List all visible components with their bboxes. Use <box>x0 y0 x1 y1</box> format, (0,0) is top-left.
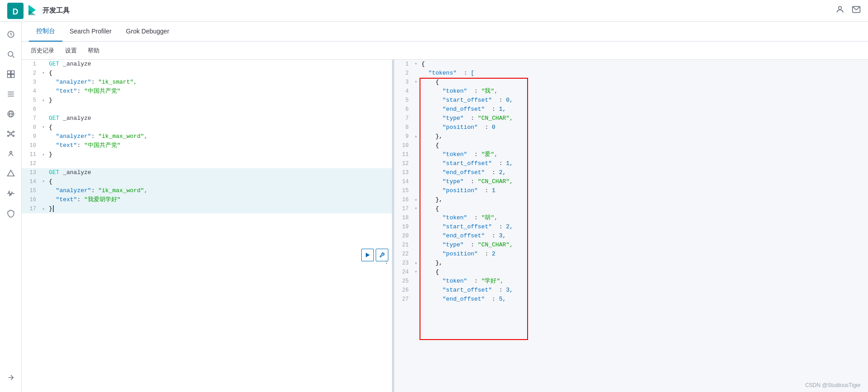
line-fold[interactable]: ▴ <box>412 132 420 141</box>
sidebar-item-dashboard[interactable] <box>2 65 20 83</box>
line-number: 11 <box>396 150 412 159</box>
code-input[interactable]: 1GET _analyze2▾{3 "analyzer": "ik_smart"… <box>22 60 392 392</box>
svg-point-18 <box>7 131 9 132</box>
line-content: { <box>420 78 866 87</box>
line-fold[interactable]: ▴ <box>412 259 420 268</box>
line-number: 3 <box>396 78 412 87</box>
left-code-line-10[interactable]: 10 "text": "中国共产党" <box>22 141 392 150</box>
line-content: "end_offset" : 5, <box>420 295 866 304</box>
sidebar-item-discover[interactable] <box>2 45 20 63</box>
line-fold[interactable]: ▴ <box>412 195 420 204</box>
sidebar-item-time[interactable] <box>2 25 20 43</box>
help-button[interactable]: 帮助 <box>86 46 101 56</box>
line-number: 1 <box>24 60 40 69</box>
left-code-line-7[interactable]: 7GET _analyze <box>22 114 392 123</box>
left-code-line-15[interactable]: 15 "analyzer": "ik_max_word", <box>22 186 392 195</box>
right-code-line-8: 8 "position" : 0 <box>394 123 868 132</box>
line-fold[interactable]: ▴ <box>40 96 47 105</box>
line-fold[interactable]: ▾ <box>412 78 420 87</box>
line-content: "analyzer": "ik_smart", <box>47 78 390 87</box>
toolbar: 历史记录 设置 帮助 <box>22 42 868 60</box>
line-content: GET _analyze <box>47 168 390 177</box>
left-code-line-9[interactable]: 9 "analyzer": "ik_max_word", <box>22 132 392 141</box>
svg-line-25 <box>11 135 13 136</box>
app-title: 开发工具 <box>42 6 70 15</box>
line-content: "analyzer": "ik_max_word", <box>47 132 390 141</box>
line-content: "analyzer": "ik_max_word", <box>47 186 390 195</box>
left-editor[interactable]: 1GET _analyze2▾{3 "analyzer": "ik_smart"… <box>22 60 392 392</box>
line-content: "token" : "爱", <box>420 150 866 159</box>
right-code-line-15: 15 "position" : 1 <box>394 186 868 195</box>
line-content: "position" : 1 <box>420 186 866 195</box>
line-fold[interactable]: ▾ <box>412 204 420 213</box>
svg-rect-10 <box>11 75 14 78</box>
right-code-line-16: 16▴ }, <box>394 195 868 204</box>
sidebar-item-apm[interactable] <box>2 184 20 203</box>
line-number: 15 <box>396 186 412 195</box>
sidebar-item-graph[interactable] <box>2 145 20 163</box>
left-code-line-8[interactable]: 8▾{ <box>22 123 392 132</box>
right-code-line-23: 23▴ }, <box>394 259 868 268</box>
left-code-line-13[interactable]: 13GET _analyze <box>22 168 392 177</box>
left-code-line-5[interactable]: 5▴} <box>22 96 392 105</box>
line-number: 8 <box>396 123 412 132</box>
left-code-line-12[interactable]: 12 <box>22 159 392 168</box>
tab-search-profiler[interactable]: Search Profiler <box>62 22 119 42</box>
wrench-button[interactable] <box>376 249 388 261</box>
run-button[interactable] <box>361 249 374 261</box>
line-fold[interactable]: ▾ <box>40 69 47 78</box>
svg-point-19 <box>13 131 14 132</box>
left-code-line-16[interactable]: 16 "text": "我爱胡学好" <box>22 195 392 204</box>
history-button[interactable]: 历史记录 <box>29 46 56 56</box>
line-fold[interactable]: ▴ <box>40 204 47 213</box>
line-number: 13 <box>24 168 40 177</box>
line-fold[interactable]: ▴ <box>40 150 47 159</box>
line-content: } <box>47 96 390 105</box>
sidebar-item-ml[interactable] <box>2 125 20 143</box>
editor-area: 1GET _analyze2▾{3 "analyzer": "ik_smart"… <box>22 60 868 392</box>
sidebar-item-siem[interactable] <box>2 204 20 222</box>
tabs-bar: 控制台 Search Profiler Grok Debugger <box>22 22 868 42</box>
left-code-line-14[interactable]: 14▾{ <box>22 177 392 186</box>
sidebar-item-devtools[interactable] <box>2 368 20 387</box>
content-area: 控制台 Search Profiler Grok Debugger 历史记录 设… <box>22 22 868 392</box>
left-code-line-11[interactable]: 11▴} <box>22 150 392 159</box>
tab-console[interactable]: 控制台 <box>29 22 62 42</box>
left-code-line-2[interactable]: 2▾{ <box>22 69 392 78</box>
line-number: 6 <box>24 105 40 114</box>
help-icon[interactable] <box>835 5 844 16</box>
left-code-line-4[interactable]: 4 "text": "中国共产党" <box>22 87 392 96</box>
line-fold[interactable]: ▾ <box>40 123 47 132</box>
tab-grok-debugger[interactable]: Grok Debugger <box>119 22 177 42</box>
sidebar-item-canvas[interactable] <box>2 85 20 103</box>
line-content: }, <box>420 132 866 141</box>
right-code-line-12: 12 "start_offset" : 1, <box>394 159 868 168</box>
line-content: "end_offset" : 1, <box>420 105 866 114</box>
line-fold[interactable]: ▾ <box>40 177 47 186</box>
left-code-line-3[interactable]: 3 "analyzer": "ik_smart", <box>22 78 392 87</box>
line-number: 4 <box>396 87 412 96</box>
line-fold[interactable]: ▾ <box>412 268 420 277</box>
app-logo: D <box>7 3 24 19</box>
settings-button[interactable]: 设置 <box>63 46 79 56</box>
line-content: "position" : 2 <box>420 250 866 259</box>
line-number: 10 <box>396 141 412 150</box>
line-number: 8 <box>24 123 40 132</box>
line-content: "start_offset" : 0, <box>420 96 866 105</box>
line-content: { <box>420 204 866 213</box>
mail-icon[interactable] <box>852 5 861 16</box>
line-content: }​ <box>47 204 390 213</box>
sidebar-item-logs[interactable] <box>2 165 20 183</box>
line-fold[interactable]: ▾ <box>412 60 420 69</box>
line-content: { <box>420 268 866 277</box>
right-code-line-9: 9▴ }, <box>394 132 868 141</box>
left-code-line-6[interactable]: 6 <box>22 105 392 114</box>
right-code-line-1: 1▾{ <box>394 60 868 69</box>
left-code-line-17[interactable]: 17▴}​ <box>22 204 392 213</box>
line-number: 7 <box>24 114 40 123</box>
right-code-line-14: 14 "type" : "CN_CHAR", <box>394 177 868 186</box>
left-code-line-1[interactable]: 1GET _analyze <box>22 60 392 69</box>
right-editor-inner[interactable]: 1▾{2 "tokens" : [3▾ {4 "token" : "我",5 "… <box>394 60 868 392</box>
line-number: 17 <box>24 204 40 213</box>
sidebar-item-maps[interactable] <box>2 105 20 123</box>
